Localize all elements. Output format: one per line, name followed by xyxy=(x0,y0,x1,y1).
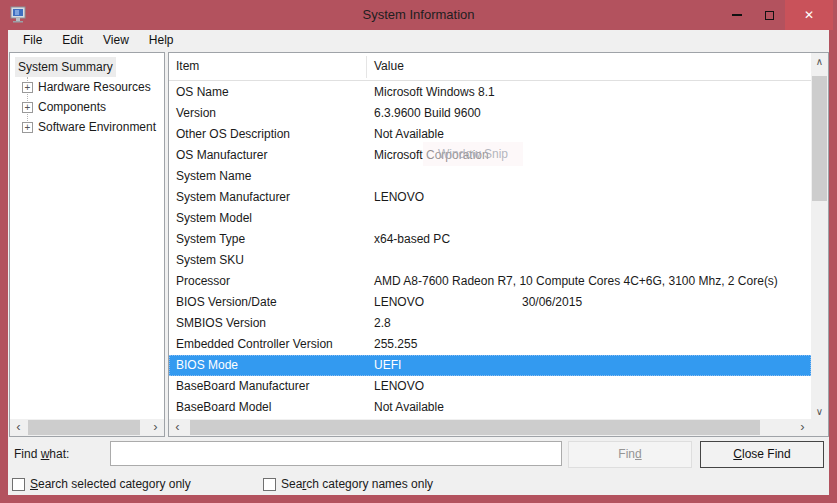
scroll-down-icon[interactable]: ∨ xyxy=(811,403,828,420)
row-item-cell: BaseBoard Model xyxy=(176,397,271,418)
scroll-left-icon[interactable]: ‹ xyxy=(169,419,186,436)
row-value-cell: x64-based PC xyxy=(374,229,450,250)
detail-list-panel: Item Value OS NameMicrosoft Windows 8.1V… xyxy=(168,52,829,437)
search-selected-category-checkbox[interactable]: Search selected category only xyxy=(12,475,191,493)
row-item-cell: OS Manufacturer xyxy=(176,145,267,166)
table-row[interactable]: BIOS Version/DateLENOVO30/06/2015 xyxy=(169,292,811,313)
find-what-label: Find what: xyxy=(14,447,69,461)
row-item-cell: Processor xyxy=(176,271,230,292)
close-icon: ✕ xyxy=(804,8,814,22)
checkbox-icon[interactable] xyxy=(12,478,25,491)
row-item-cell: SMBIOS Version xyxy=(176,313,266,334)
table-row[interactable]: Version6.3.9600 Build 9600 xyxy=(169,103,811,124)
window-controls: ✕ xyxy=(721,0,833,30)
tree-item-label: Hardware Resources xyxy=(38,77,151,97)
menu-edit[interactable]: Edit xyxy=(52,30,93,52)
checkbox-icon[interactable] xyxy=(263,478,276,491)
scrollbar-corner xyxy=(811,419,828,436)
table-row[interactable]: BaseBoard ModelNot Available xyxy=(169,397,811,418)
row-item-cell: Version xyxy=(176,103,216,124)
tree-item-label: System Summary xyxy=(15,57,116,77)
row-item-cell: BIOS Mode xyxy=(176,355,238,376)
table-row[interactable]: Other OS DescriptionNot Available xyxy=(169,124,811,145)
list-vscroll-thumb[interactable] xyxy=(812,76,827,201)
tree-hscroll-thumb[interactable] xyxy=(28,420,140,435)
scroll-right-icon[interactable]: › xyxy=(794,419,811,436)
scroll-up-icon[interactable]: ∧ xyxy=(811,53,828,70)
close-find-button[interactable]: Close Find xyxy=(700,441,824,468)
tree-item-components[interactable]: +Components xyxy=(10,97,164,117)
menu-help[interactable]: Help xyxy=(139,30,184,52)
row-item-cell: System Name xyxy=(176,166,251,187)
tree-item-label: Components xyxy=(38,97,106,117)
column-header-value[interactable]: Value xyxy=(374,59,404,73)
row-item-cell: System SKU xyxy=(176,250,244,271)
column-divider[interactable] xyxy=(366,56,367,78)
list-header: Item Value xyxy=(169,53,811,81)
title-bar: System Information ✕ xyxy=(0,0,837,30)
row-value-cell: 255.255 xyxy=(374,334,417,355)
window-title: System Information xyxy=(0,0,837,30)
tree-horizontal-scrollbar[interactable]: ‹ › xyxy=(10,419,164,436)
expand-plus-icon[interactable]: + xyxy=(22,102,33,113)
table-row[interactable]: ProcessorAMD A8-7600 Radeon R7, 10 Compu… xyxy=(169,271,811,292)
maximize-button[interactable] xyxy=(753,0,785,30)
row-value2-cell: 30/06/2015 xyxy=(522,292,582,313)
scroll-left-icon[interactable]: ‹ xyxy=(10,419,27,436)
table-row[interactable]: BIOS ModeUEFI xyxy=(169,355,811,376)
table-row[interactable]: BaseBoard ManufacturerLENOVO xyxy=(169,376,811,397)
category-tree-panel: System Summary+Hardware Resources+Compon… xyxy=(9,52,165,437)
row-item-cell: OS Name xyxy=(176,82,229,103)
table-row[interactable]: OS ManufacturerMicrosoft Corporation xyxy=(169,145,811,166)
column-header-item[interactable]: Item xyxy=(176,59,199,73)
tree-item-hardware-resources[interactable]: +Hardware Resources xyxy=(10,77,164,97)
row-item-cell: Other OS Description xyxy=(176,124,290,145)
table-rows: OS NameMicrosoft Windows 8.1Version6.3.9… xyxy=(169,82,811,418)
table-row[interactable]: OS NameMicrosoft Windows 8.1 xyxy=(169,82,811,103)
row-value-cell: UEFI xyxy=(374,355,401,376)
row-value-cell: Microsoft Windows 8.1 xyxy=(374,82,495,103)
row-value-cell: 6.3.9600 Build 9600 xyxy=(374,103,481,124)
row-value-cell: LENOVO xyxy=(374,376,424,397)
row-value-cell: Not Available xyxy=(374,124,444,145)
row-value-cell: 2.8 xyxy=(374,313,391,334)
list-hscroll-thumb[interactable] xyxy=(190,420,760,435)
tree-items: System Summary+Hardware Resources+Compon… xyxy=(10,57,164,137)
minimize-icon xyxy=(732,14,742,16)
table-row[interactable]: System ManufacturerLENOVO xyxy=(169,187,811,208)
client-area: FileEditViewHelp System Summary+Hardware… xyxy=(8,30,829,495)
find-input[interactable] xyxy=(110,441,562,466)
checkbox-label: Search category names only xyxy=(281,477,433,491)
checkbox-label: Search selected category only xyxy=(30,477,191,491)
minimize-button[interactable] xyxy=(721,0,753,30)
row-value-cell: Not Available xyxy=(374,397,444,418)
row-item-cell: Embedded Controller Version xyxy=(176,334,333,355)
list-vertical-scrollbar[interactable]: ∧ ∨ xyxy=(811,53,828,420)
table-row[interactable]: System Typex64-based PC xyxy=(169,229,811,250)
row-item-cell: System Type xyxy=(176,229,245,250)
row-item-cell: BaseBoard Manufacturer xyxy=(176,376,309,397)
close-button[interactable]: ✕ xyxy=(785,0,833,30)
table-row[interactable]: SMBIOS Version2.8 xyxy=(169,313,811,334)
table-row[interactable]: System Model xyxy=(169,208,811,229)
row-item-cell: System Manufacturer xyxy=(176,187,290,208)
search-category-names-checkbox[interactable]: Search category names only xyxy=(263,475,433,493)
find-button[interactable]: Find xyxy=(568,441,692,468)
row-value-cell: AMD A8-7600 Radeon R7, 10 Compute Cores … xyxy=(374,271,778,292)
table-row[interactable]: System Name xyxy=(169,166,811,187)
row-value-cell: Microsoft Corporation xyxy=(374,145,489,166)
expand-plus-icon[interactable]: + xyxy=(22,122,33,133)
menu-view[interactable]: View xyxy=(93,30,139,52)
table-row[interactable]: System SKU xyxy=(169,250,811,271)
row-item-cell: BIOS Version/Date xyxy=(176,292,277,313)
menu-bar: FileEditViewHelp xyxy=(8,30,829,52)
scroll-right-icon[interactable]: › xyxy=(147,419,164,436)
table-row[interactable]: Embedded Controller Version255.255 xyxy=(169,334,811,355)
list-horizontal-scrollbar[interactable]: ‹ › xyxy=(169,419,811,436)
menu-file[interactable]: File xyxy=(13,30,52,52)
row-value-cell: LENOVO xyxy=(374,187,424,208)
maximize-icon xyxy=(765,11,774,20)
tree-item-software-environment[interactable]: +Software Environment xyxy=(10,117,164,137)
expand-plus-icon[interactable]: + xyxy=(22,82,33,93)
tree-item-system-summary[interactable]: System Summary xyxy=(10,57,164,77)
